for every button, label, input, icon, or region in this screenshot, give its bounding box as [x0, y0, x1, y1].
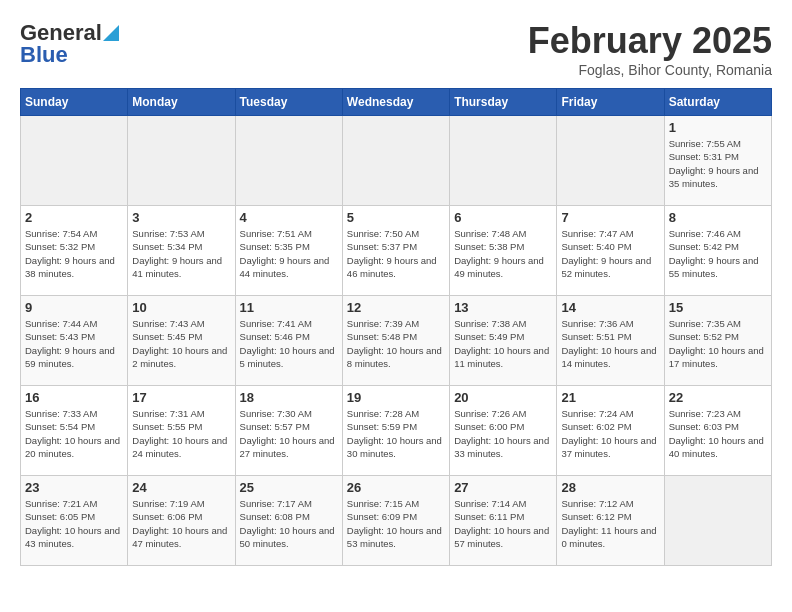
- location-subtitle: Foglas, Bihor County, Romania: [528, 62, 772, 78]
- day-number: 2: [25, 210, 123, 225]
- logo: General Blue: [20, 20, 120, 68]
- day-info: Sunrise: 7:31 AM Sunset: 5:55 PM Dayligh…: [132, 407, 230, 460]
- calendar-cell: 21Sunrise: 7:24 AM Sunset: 6:02 PM Dayli…: [557, 386, 664, 476]
- logo-blue: Blue: [20, 42, 68, 68]
- calendar-cell: 5Sunrise: 7:50 AM Sunset: 5:37 PM Daylig…: [342, 206, 449, 296]
- day-info: Sunrise: 7:36 AM Sunset: 5:51 PM Dayligh…: [561, 317, 659, 370]
- day-number: 20: [454, 390, 552, 405]
- day-number: 1: [669, 120, 767, 135]
- day-info: Sunrise: 7:30 AM Sunset: 5:57 PM Dayligh…: [240, 407, 338, 460]
- header-thursday: Thursday: [450, 89, 557, 116]
- header-wednesday: Wednesday: [342, 89, 449, 116]
- day-number: 8: [669, 210, 767, 225]
- calendar-cell: 10Sunrise: 7:43 AM Sunset: 5:45 PM Dayli…: [128, 296, 235, 386]
- day-info: Sunrise: 7:26 AM Sunset: 6:00 PM Dayligh…: [454, 407, 552, 460]
- day-number: 17: [132, 390, 230, 405]
- calendar-cell: 18Sunrise: 7:30 AM Sunset: 5:57 PM Dayli…: [235, 386, 342, 476]
- day-info: Sunrise: 7:41 AM Sunset: 5:46 PM Dayligh…: [240, 317, 338, 370]
- calendar-cell: [342, 116, 449, 206]
- day-number: 24: [132, 480, 230, 495]
- day-number: 25: [240, 480, 338, 495]
- day-info: Sunrise: 7:21 AM Sunset: 6:05 PM Dayligh…: [25, 497, 123, 550]
- calendar-cell: [21, 116, 128, 206]
- day-number: 9: [25, 300, 123, 315]
- header-monday: Monday: [128, 89, 235, 116]
- day-number: 28: [561, 480, 659, 495]
- calendar-cell: [450, 116, 557, 206]
- day-number: 3: [132, 210, 230, 225]
- title-area: February 2025 Foglas, Bihor County, Roma…: [528, 20, 772, 78]
- calendar-cell: [664, 476, 771, 566]
- day-info: Sunrise: 7:44 AM Sunset: 5:43 PM Dayligh…: [25, 317, 123, 370]
- day-info: Sunrise: 7:47 AM Sunset: 5:40 PM Dayligh…: [561, 227, 659, 280]
- day-number: 15: [669, 300, 767, 315]
- day-number: 11: [240, 300, 338, 315]
- header-sunday: Sunday: [21, 89, 128, 116]
- calendar-cell: 9Sunrise: 7:44 AM Sunset: 5:43 PM Daylig…: [21, 296, 128, 386]
- day-number: 19: [347, 390, 445, 405]
- calendar-cell: [235, 116, 342, 206]
- logo-icon: [103, 25, 119, 41]
- calendar-cell: 11Sunrise: 7:41 AM Sunset: 5:46 PM Dayli…: [235, 296, 342, 386]
- day-info: Sunrise: 7:24 AM Sunset: 6:02 PM Dayligh…: [561, 407, 659, 460]
- day-number: 26: [347, 480, 445, 495]
- day-info: Sunrise: 7:23 AM Sunset: 6:03 PM Dayligh…: [669, 407, 767, 460]
- calendar-cell: 2Sunrise: 7:54 AM Sunset: 5:32 PM Daylig…: [21, 206, 128, 296]
- day-number: 10: [132, 300, 230, 315]
- header-tuesday: Tuesday: [235, 89, 342, 116]
- calendar-cell: 4Sunrise: 7:51 AM Sunset: 5:35 PM Daylig…: [235, 206, 342, 296]
- calendar-cell: 25Sunrise: 7:17 AM Sunset: 6:08 PM Dayli…: [235, 476, 342, 566]
- page-header: General Blue February 2025 Foglas, Bihor…: [20, 20, 772, 78]
- day-number: 6: [454, 210, 552, 225]
- calendar-cell: 8Sunrise: 7:46 AM Sunset: 5:42 PM Daylig…: [664, 206, 771, 296]
- day-info: Sunrise: 7:48 AM Sunset: 5:38 PM Dayligh…: [454, 227, 552, 280]
- calendar-cell: 27Sunrise: 7:14 AM Sunset: 6:11 PM Dayli…: [450, 476, 557, 566]
- calendar-cell: 6Sunrise: 7:48 AM Sunset: 5:38 PM Daylig…: [450, 206, 557, 296]
- day-info: Sunrise: 7:54 AM Sunset: 5:32 PM Dayligh…: [25, 227, 123, 280]
- day-info: Sunrise: 7:39 AM Sunset: 5:48 PM Dayligh…: [347, 317, 445, 370]
- day-number: 18: [240, 390, 338, 405]
- calendar-cell: 19Sunrise: 7:28 AM Sunset: 5:59 PM Dayli…: [342, 386, 449, 476]
- day-info: Sunrise: 7:33 AM Sunset: 5:54 PM Dayligh…: [25, 407, 123, 460]
- day-number: 13: [454, 300, 552, 315]
- header-friday: Friday: [557, 89, 664, 116]
- day-number: 4: [240, 210, 338, 225]
- calendar-cell: 7Sunrise: 7:47 AM Sunset: 5:40 PM Daylig…: [557, 206, 664, 296]
- day-number: 16: [25, 390, 123, 405]
- day-info: Sunrise: 7:19 AM Sunset: 6:06 PM Dayligh…: [132, 497, 230, 550]
- day-info: Sunrise: 7:53 AM Sunset: 5:34 PM Dayligh…: [132, 227, 230, 280]
- day-info: Sunrise: 7:14 AM Sunset: 6:11 PM Dayligh…: [454, 497, 552, 550]
- day-info: Sunrise: 7:28 AM Sunset: 5:59 PM Dayligh…: [347, 407, 445, 460]
- day-info: Sunrise: 7:51 AM Sunset: 5:35 PM Dayligh…: [240, 227, 338, 280]
- calendar-cell: [128, 116, 235, 206]
- calendar-cell: 3Sunrise: 7:53 AM Sunset: 5:34 PM Daylig…: [128, 206, 235, 296]
- day-number: 23: [25, 480, 123, 495]
- day-info: Sunrise: 7:35 AM Sunset: 5:52 PM Dayligh…: [669, 317, 767, 370]
- day-number: 12: [347, 300, 445, 315]
- day-number: 27: [454, 480, 552, 495]
- calendar-cell: 23Sunrise: 7:21 AM Sunset: 6:05 PM Dayli…: [21, 476, 128, 566]
- day-number: 21: [561, 390, 659, 405]
- svg-marker-0: [103, 25, 119, 41]
- calendar-cell: 12Sunrise: 7:39 AM Sunset: 5:48 PM Dayli…: [342, 296, 449, 386]
- calendar-table: SundayMondayTuesdayWednesdayThursdayFrid…: [20, 88, 772, 566]
- day-info: Sunrise: 7:17 AM Sunset: 6:08 PM Dayligh…: [240, 497, 338, 550]
- calendar-cell: 14Sunrise: 7:36 AM Sunset: 5:51 PM Dayli…: [557, 296, 664, 386]
- calendar-cell: 20Sunrise: 7:26 AM Sunset: 6:00 PM Dayli…: [450, 386, 557, 476]
- month-title: February 2025: [528, 20, 772, 62]
- calendar-cell: 13Sunrise: 7:38 AM Sunset: 5:49 PM Dayli…: [450, 296, 557, 386]
- day-info: Sunrise: 7:43 AM Sunset: 5:45 PM Dayligh…: [132, 317, 230, 370]
- day-info: Sunrise: 7:46 AM Sunset: 5:42 PM Dayligh…: [669, 227, 767, 280]
- day-info: Sunrise: 7:12 AM Sunset: 6:12 PM Dayligh…: [561, 497, 659, 550]
- day-number: 14: [561, 300, 659, 315]
- day-number: 7: [561, 210, 659, 225]
- calendar-cell: 28Sunrise: 7:12 AM Sunset: 6:12 PM Dayli…: [557, 476, 664, 566]
- calendar-cell: 1Sunrise: 7:55 AM Sunset: 5:31 PM Daylig…: [664, 116, 771, 206]
- calendar-cell: [557, 116, 664, 206]
- day-info: Sunrise: 7:55 AM Sunset: 5:31 PM Dayligh…: [669, 137, 767, 190]
- calendar-cell: 16Sunrise: 7:33 AM Sunset: 5:54 PM Dayli…: [21, 386, 128, 476]
- day-info: Sunrise: 7:38 AM Sunset: 5:49 PM Dayligh…: [454, 317, 552, 370]
- calendar-cell: 22Sunrise: 7:23 AM Sunset: 6:03 PM Dayli…: [664, 386, 771, 476]
- day-number: 22: [669, 390, 767, 405]
- calendar-cell: 26Sunrise: 7:15 AM Sunset: 6:09 PM Dayli…: [342, 476, 449, 566]
